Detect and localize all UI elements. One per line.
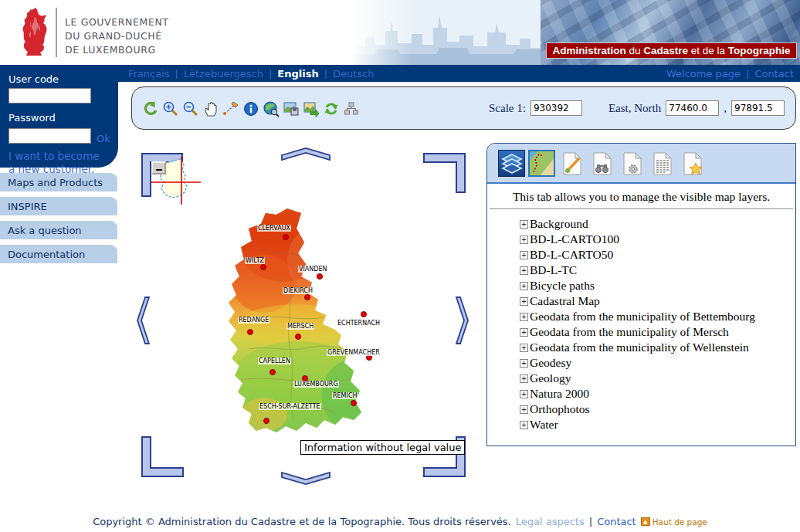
government-logo-text: LE GOUVERNEMENT DU GRAND-DUCHÉ DE LUXEMB…: [65, 15, 169, 57]
ok-button[interactable]: Ok: [97, 133, 110, 144]
sidebar-item-inspire[interactable]: INSPIRE: [0, 197, 117, 215]
layer-label[interactable]: Geology: [530, 371, 571, 385]
layer-row-cadastral-map[interactable]: +Cadastral Map: [520, 293, 755, 309]
town-label: LUXEMBOURG: [293, 381, 339, 388]
footer-separator: |: [589, 516, 592, 527]
map-route-icon: [530, 151, 554, 175]
tab-map-view[interactable]: [528, 150, 555, 177]
layers-panel: This tab allows you to manage the visibl…: [486, 143, 796, 446]
layer-label[interactable]: Bicycle paths: [530, 279, 595, 293]
zoom-out-icon[interactable]: [182, 100, 199, 117]
layer-row-natura-2000[interactable]: +Natura 2000: [520, 386, 755, 402]
lang-english[interactable]: English: [277, 68, 318, 80]
layer-label[interactable]: Natura 2000: [530, 387, 589, 401]
info-icon[interactable]: [242, 100, 259, 117]
export-image-icon[interactable]: [303, 100, 320, 117]
measure-icon[interactable]: [222, 100, 239, 117]
password-input[interactable]: [8, 128, 91, 144]
sidebar-item-documentation[interactable]: Documentation: [0, 245, 117, 263]
minimap-collapse-button[interactable]: [151, 161, 166, 175]
expand-icon[interactable]: +: [520, 251, 528, 259]
pan-icon[interactable]: [202, 100, 219, 117]
map-toolbar: Scale 1: East, North ,: [131, 86, 796, 130]
layer-label[interactable]: Cadastral Map: [530, 294, 600, 308]
password-label: Password: [8, 112, 118, 124]
welcome-page-link[interactable]: Welcome page: [666, 68, 741, 80]
layer-row-orthophotos[interactable]: +Orthophotos: [520, 402, 755, 417]
pan-down-arrow[interactable]: [280, 471, 331, 486]
user-code-input[interactable]: [8, 88, 91, 103]
sidebar-item-ask-a-question[interactable]: Ask a question: [0, 221, 117, 239]
legal-aspects-link[interactable]: Legal aspects: [516, 516, 585, 527]
banner-seg-5: Topographie: [728, 45, 791, 56]
contact-link[interactable]: Contact: [754, 68, 794, 80]
lang-deutsch[interactable]: Deutsch: [333, 68, 375, 80]
expand-icon[interactable]: +: [520, 220, 528, 229]
back-to-top-link[interactable]: ▲ Haut de page: [641, 517, 707, 527]
overview-zoom-icon[interactable]: [263, 100, 280, 117]
map-disclaimer: Information without legal value: [300, 440, 465, 455]
map-corner-bottom-left[interactable]: [141, 435, 185, 478]
lang-francais[interactable]: Français: [128, 68, 170, 80]
expand-icon[interactable]: +: [520, 266, 528, 275]
layer-label[interactable]: Water: [530, 418, 558, 432]
new-customer-link[interactable]: I want to becomea new customer.: [8, 150, 118, 176]
pan-left-arrow[interactable]: [134, 296, 151, 345]
layer-row-bd-l-carto50[interactable]: +BD-L-CARTO50: [520, 247, 755, 263]
layer-label[interactable]: BD-L-CARTO50: [530, 248, 613, 262]
expand-icon[interactable]: +: [520, 344, 528, 352]
zoom-in-icon[interactable]: [162, 100, 179, 117]
east-input[interactable]: [666, 100, 719, 116]
expand-icon[interactable]: +: [520, 297, 528, 306]
tab-settings[interactable]: [619, 150, 646, 177]
north-input[interactable]: [731, 100, 785, 116]
map-corner-top-right[interactable]: [422, 152, 466, 194]
expand-icon[interactable]: +: [520, 390, 528, 398]
layer-row-bicycle-paths[interactable]: +Bicycle paths: [520, 278, 755, 293]
tab-draw[interactable]: [558, 150, 585, 177]
layer-label[interactable]: Geodata from the municipality of Bettemb…: [530, 310, 755, 324]
copyright-text: Copyright © Administration du Cadastre e…: [93, 516, 511, 527]
tab-report[interactable]: [649, 150, 676, 177]
expand-icon[interactable]: +: [520, 313, 528, 321]
expand-icon[interactable]: +: [520, 328, 528, 337]
layer-label[interactable]: Geodata from the municipality of Wellens…: [530, 341, 749, 354]
layer-label[interactable]: BD-L-TC: [530, 263, 577, 277]
layer-row-geodata-mersch[interactable]: +Geodata from the municipality of Mersch: [520, 324, 755, 340]
layer-label[interactable]: BD-L-CARTO100: [530, 232, 619, 246]
expand-icon[interactable]: +: [520, 405, 528, 414]
pan-up-arrow[interactable]: [280, 147, 331, 162]
banner-seg-1: Administration: [552, 45, 625, 56]
expand-icon[interactable]: +: [520, 421, 528, 429]
back-icon[interactable]: [142, 100, 159, 117]
layer-row-water[interactable]: +Water: [520, 417, 755, 432]
layer-row-background[interactable]: +Background: [520, 216, 755, 232]
lang-letzebuergesch[interactable]: Lëtzebuergesch: [184, 68, 263, 80]
layer-label[interactable]: Geodesy: [530, 356, 571, 370]
layer-row-geodata-bettembourg[interactable]: +Geodata from the municipality of Bettem…: [520, 309, 755, 324]
layer-label[interactable]: Orthophotos: [530, 402, 590, 416]
save-image-icon[interactable]: [283, 100, 300, 117]
sidebar-item-maps-and-products[interactable]: Maps and Products: [0, 173, 117, 191]
user-code-label: User code: [8, 73, 118, 85]
pan-right-arrow[interactable]: [454, 296, 471, 345]
expand-icon[interactable]: +: [520, 374, 528, 383]
layer-label[interactable]: Background: [530, 217, 588, 231]
layer-row-geodata-wellenstein[interactable]: +Geodata from the municipality of Wellen…: [520, 340, 755, 355]
layer-row-bd-l-carto100[interactable]: +BD-L-CARTO100: [520, 232, 755, 247]
layer-row-geology[interactable]: +Geology: [520, 371, 755, 386]
refresh-icon[interactable]: [323, 100, 340, 117]
expand-icon[interactable]: +: [520, 282, 528, 290]
tab-search[interactable]: [588, 150, 615, 177]
layer-row-bd-l-tc[interactable]: +BD-L-TC: [520, 263, 755, 278]
legend-tree-icon[interactable]: [343, 100, 360, 117]
layer-label[interactable]: Geodata from the municipality of Mersch: [530, 325, 729, 339]
tab-favorites[interactable]: [679, 150, 706, 177]
expand-icon[interactable]: +: [520, 359, 528, 368]
scale-input[interactable]: [531, 100, 582, 116]
footer-contact-link[interactable]: Contact: [597, 516, 636, 527]
tab-layers[interactable]: [498, 150, 525, 177]
expand-icon[interactable]: +: [520, 236, 528, 244]
layer-row-geodesy[interactable]: +Geodesy: [520, 355, 755, 371]
town-dot: [283, 234, 289, 240]
